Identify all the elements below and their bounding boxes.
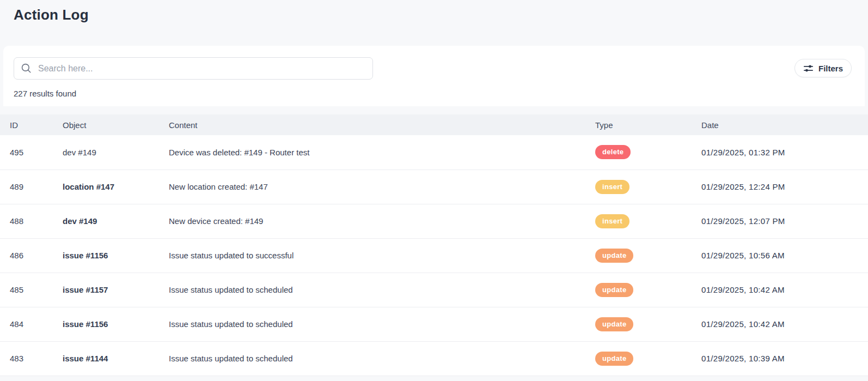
action-log-table-section: ID Object Content Type Date 495 dev #149… [0,114,868,376]
type-badge: update [595,283,633,297]
cell-date: 01/29/2025, 10:56 AM [701,238,868,273]
cell-content: Device was deleted: #149 - Router test [169,135,595,170]
table-row[interactable]: 488 dev #149 New device created: #149 in… [0,204,868,238]
cell-id: 488 [0,204,63,238]
table-row[interactable]: 484 issue #1156 Issue status updated to … [0,307,868,341]
type-badge: update [595,352,633,366]
cell-date: 01/29/2025, 10:42 AM [701,273,868,307]
toolbar-card: Filters 227 results found [3,46,865,106]
top-bar: Action Log [0,0,868,46]
action-log-table: ID Object Content Type Date 495 dev #149… [0,114,868,376]
cell-object: location #147 [63,170,169,204]
table-row[interactable]: 485 issue #1157 Issue status updated to … [0,273,868,307]
cell-content: New device created: #149 [169,204,595,238]
cell-type: delete [595,135,701,170]
cell-date: 01/29/2025, 12:07 PM [701,204,868,238]
cell-content: Issue status updated to scheduled [169,307,595,341]
cell-object: dev #149 [63,135,169,170]
type-badge: update [595,249,633,263]
cell-object: issue #1156 [63,238,169,273]
type-badge: delete [595,145,631,159]
cell-id: 489 [0,170,63,204]
filters-label: Filters [818,64,843,73]
table-header-row: ID Object Content Type Date [0,114,868,135]
cell-id: 485 [0,273,63,307]
column-header-id: ID [0,114,63,135]
cell-type: insert [595,170,701,204]
column-header-date: Date [701,114,868,135]
table-row[interactable]: 489 location #147 New location created: … [0,170,868,204]
filters-button[interactable]: Filters [794,59,852,77]
type-badge: update [595,317,633,331]
cell-date: 01/29/2025, 12:24 PM [701,170,868,204]
search-input[interactable] [14,57,373,80]
column-header-type: Type [595,114,701,135]
cell-object: issue #1144 [63,341,169,376]
cell-object: dev #149 [63,204,169,238]
cell-type: update [595,273,701,307]
cell-content: Issue status updated to successful [169,238,595,273]
table-row[interactable]: 486 issue #1156 Issue status updated to … [0,238,868,273]
sliders-icon [803,63,814,74]
cell-id: 486 [0,238,63,273]
cell-type: update [595,307,701,341]
page-title: Action Log [14,7,868,23]
cell-object: issue #1157 [63,273,169,307]
type-badge: insert [595,180,629,194]
cell-content: Issue status updated to scheduled [169,341,595,376]
cell-type: update [595,238,701,273]
cell-object: issue #1156 [63,307,169,341]
cell-id: 483 [0,341,63,376]
column-header-content: Content [169,114,595,135]
cell-type: update [595,341,701,376]
table-body: 495 dev #149 Device was deleted: #149 - … [0,135,868,376]
cell-id: 484 [0,307,63,341]
results-count: 227 results found [14,89,852,98]
column-header-object: Object [63,114,169,135]
cell-date: 01/29/2025, 10:39 AM [701,341,868,376]
cell-id: 495 [0,135,63,170]
search-wrap [14,57,373,80]
table-row[interactable]: 495 dev #149 Device was deleted: #149 - … [0,135,868,170]
cell-type: insert [595,204,701,238]
cell-date: 01/29/2025, 10:42 AM [701,307,868,341]
type-badge: insert [595,214,629,228]
cell-content: Issue status updated to scheduled [169,273,595,307]
table-row[interactable]: 483 issue #1144 Issue status updated to … [0,341,868,376]
cell-date: 01/29/2025, 01:32 PM [701,135,868,170]
cell-content: New location created: #147 [169,170,595,204]
